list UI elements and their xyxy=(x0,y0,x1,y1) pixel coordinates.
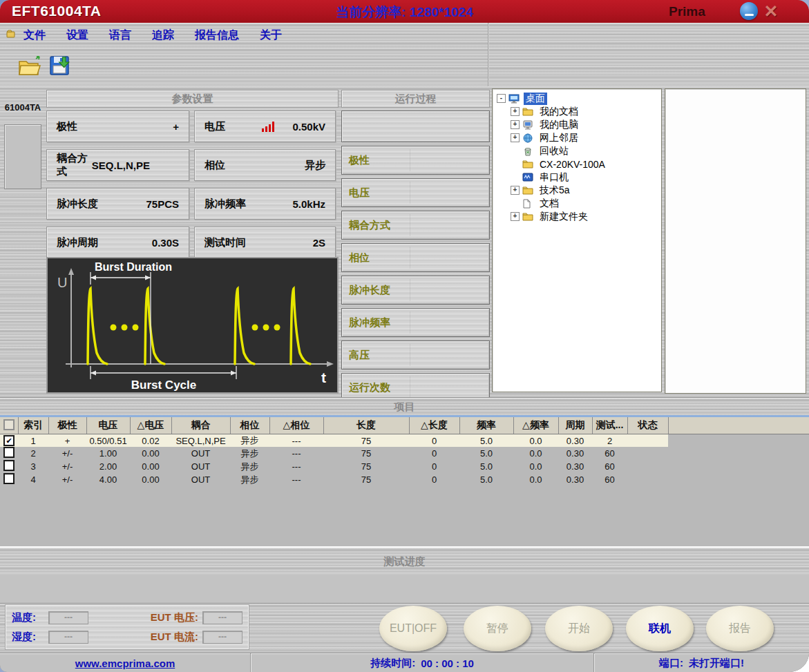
row-checkbox[interactable] xyxy=(3,473,15,484)
param-label: 相位 xyxy=(204,159,225,172)
t-axis-label: t xyxy=(321,369,326,385)
param-label: 脉冲周期 xyxy=(57,236,98,249)
param-polarity[interactable]: 极性 + xyxy=(46,111,189,142)
table-row[interactable]: 2 +/- 1.00 0.00 OUT 异步 --- 75 0 5.0 0.0 … xyxy=(0,447,809,460)
signal-bars-icon xyxy=(262,122,274,132)
report-button[interactable]: 报告 xyxy=(706,606,774,651)
expand-icon[interactable]: + xyxy=(511,186,520,195)
table-row[interactable]: 3 +/- 2.00 0.00 OUT 异步 --- 75 0 5.0 0.0 … xyxy=(0,460,809,473)
col-coupling[interactable]: 耦合 xyxy=(171,417,230,434)
expand-icon[interactable]: + xyxy=(511,107,520,116)
minimize-button[interactable] xyxy=(740,2,758,20)
document-icon xyxy=(522,198,535,209)
param-pulse-cycle[interactable]: 脉冲周期 0.30S xyxy=(46,227,189,258)
col-voltage[interactable]: 电压 xyxy=(86,417,130,434)
u-axis-label: U xyxy=(57,275,67,290)
run-phase: 相位 xyxy=(341,243,490,272)
start-button[interactable]: 开始 xyxy=(545,606,613,651)
folder-icon xyxy=(522,211,535,222)
row-checkbox[interactable]: ✔ xyxy=(3,435,15,446)
param-label: 极性 xyxy=(57,120,77,133)
collapse-icon[interactable]: - xyxy=(497,94,506,103)
param-label: 耦合方式 xyxy=(57,152,92,178)
param-coupling[interactable]: 耦合方式 SEQ.L,N,PE xyxy=(46,149,189,181)
col-length[interactable]: 长度 xyxy=(323,417,409,434)
run-pulse-length: 脉冲长度 xyxy=(341,276,490,305)
tree-item-desktop[interactable]: - 桌面 xyxy=(493,92,661,105)
tree-item-new-folder[interactable]: + 新建文件夹 xyxy=(493,210,661,223)
expand-icon[interactable]: + xyxy=(511,212,520,221)
humidity-label: 湿度: xyxy=(12,631,44,644)
items-section-title: 项目 xyxy=(0,397,809,416)
param-pulse-frequency[interactable]: 脉冲频率 5.0kHz xyxy=(194,188,336,220)
parameter-panel: 参数设置 极性 + 电压 0.50kV 耦合方式 SEQ.L,N,PE xyxy=(46,90,339,257)
menu-item-language[interactable]: 语言 xyxy=(109,28,131,43)
row-checkbox[interactable] xyxy=(3,460,15,471)
progress-section-title: 测试进度 xyxy=(0,546,809,576)
environment-panel: 温度: --- EUT 电压: --- 湿度: --- EUT 电流: --- xyxy=(6,605,249,649)
param-phase[interactable]: 相位 异步 xyxy=(194,149,336,181)
tree-item-tech-5a[interactable]: + 技术5a xyxy=(493,184,661,197)
col-cycle[interactable]: 周期 xyxy=(558,417,592,434)
status-bar: www.emcprima.com 持续时间: 00 : 00 : 10 端口: … xyxy=(0,653,809,672)
select-all-checkbox[interactable] xyxy=(3,419,15,430)
table-row[interactable]: ✔ 1 + 0.50/0.51 0.02 SEQ.L,N,PE 异步 --- 7… xyxy=(0,434,809,448)
open-file-button[interactable] xyxy=(15,53,44,81)
eut-current-value: --- xyxy=(202,631,242,644)
col-delta-phase[interactable]: △相位 xyxy=(269,417,323,434)
tree-item-network[interactable]: + 网上邻居 xyxy=(493,131,661,144)
tree-item-my-computer[interactable]: + 我的电脑 xyxy=(493,118,661,131)
col-delta-voltage[interactable]: △电压 xyxy=(130,417,171,434)
col-delta-length[interactable]: △长度 xyxy=(409,417,459,434)
run-voltage: 电压 xyxy=(341,178,490,207)
menu-item-about[interactable]: 关于 xyxy=(260,28,282,43)
close-icon: ✕ xyxy=(764,1,779,21)
row-checkbox[interactable] xyxy=(3,447,15,458)
port-status: 未打开端口! xyxy=(689,657,744,670)
expand-icon[interactable]: + xyxy=(511,120,520,129)
eut-off-button[interactable]: EUT|OFF xyxy=(379,606,447,651)
col-polarity[interactable]: 极性 xyxy=(48,417,86,434)
app-window: EFT61004TA 当前分辨率: 1280*1024 Prima ✕ 文件 设… xyxy=(0,0,809,672)
menu-item-report-info[interactable]: 报告信息 xyxy=(195,28,239,43)
tree-item-cx-20kv-100a[interactable]: CX-20KV-100A xyxy=(493,157,661,171)
col-index[interactable]: 索引 xyxy=(18,417,48,434)
test-items-table-area: 索引 极性 电压 △电压 耦合 相位 △相位 长度 △长度 频率 △频率 周期 … xyxy=(0,415,809,546)
test-items-table: 索引 极性 电压 △电压 耦合 相位 △相位 长度 △长度 频率 △频率 周期 … xyxy=(0,417,809,486)
menu-item-settings[interactable]: 设置 xyxy=(66,28,88,43)
table-row[interactable]: 4 +/- 4.00 0.00 OUT 异步 --- 75 0 5.0 0.0 … xyxy=(0,473,809,486)
param-value: + xyxy=(173,121,179,133)
param-value: 异步 xyxy=(305,159,325,172)
run-process-panel: 运行过程 极性 电压 耦合方式 相位 脉冲长度 脉冲频率 高压 运行次数 xyxy=(341,90,490,394)
col-test[interactable]: 测试... xyxy=(592,417,627,434)
param-test-time[interactable]: 测试时间 2S xyxy=(194,227,336,258)
col-status[interactable]: 状态 xyxy=(627,417,668,434)
param-value: SEQ.L,N,PE xyxy=(92,160,150,171)
online-button[interactable]: 联机 xyxy=(626,606,694,651)
param-pulse-length[interactable]: 脉冲长度 75PCS xyxy=(46,188,189,220)
tree-item-serial-port[interactable]: 串口机 xyxy=(493,171,661,184)
recycle-bin-icon xyxy=(522,146,535,156)
col-frequency[interactable]: 频率 xyxy=(459,417,513,434)
tree-item-my-documents[interactable]: + 我的文档 xyxy=(493,105,661,118)
param-voltage[interactable]: 电压 0.50kV xyxy=(194,111,336,142)
save-button[interactable] xyxy=(47,53,76,81)
menu-item-file[interactable]: 文件 xyxy=(23,28,46,43)
tree-item-recycle-bin[interactable]: 回收站 xyxy=(493,144,661,157)
pause-button[interactable]: 暂停 xyxy=(464,606,531,651)
param-value: 5.0kHz xyxy=(292,198,325,210)
expand-icon[interactable]: + xyxy=(511,133,520,142)
burst-cycle-label: Burst Cycle xyxy=(131,378,196,392)
param-label: 测试时间 xyxy=(204,236,246,249)
menu-item-trace[interactable]: 追踪 xyxy=(152,28,174,43)
open-folder-icon xyxy=(17,55,43,78)
col-delta-frequency[interactable]: △频率 xyxy=(513,417,558,434)
close-button[interactable]: ✕ xyxy=(762,2,780,20)
serial-port-icon xyxy=(522,172,535,182)
col-phase[interactable]: 相位 xyxy=(230,417,269,434)
run-pulse-frequency: 脉冲频率 xyxy=(341,308,490,337)
website-link[interactable]: www.emcprima.com xyxy=(75,657,175,669)
duration-label: 持续时间: xyxy=(370,657,415,670)
detail-panel xyxy=(665,88,806,394)
tree-item-document[interactable]: 文档 xyxy=(493,197,661,210)
